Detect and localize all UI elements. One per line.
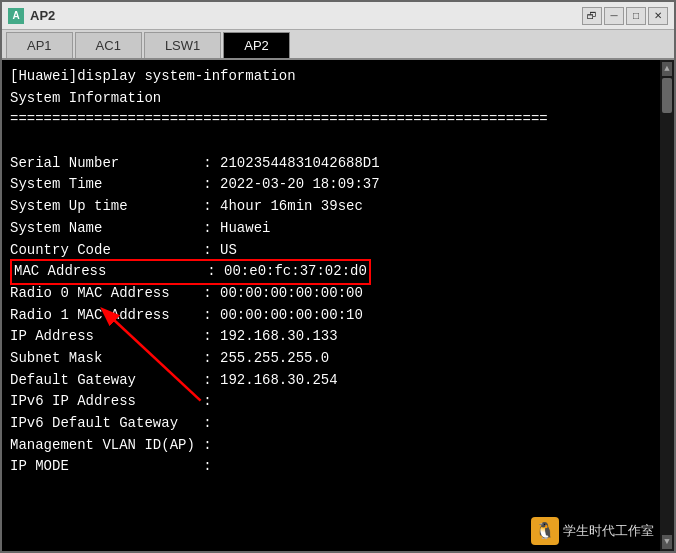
watermark: 🐧 学生时代工作室 (531, 517, 654, 545)
line-1: System Information (10, 90, 161, 106)
line-sysname: System Name : Huawei (10, 220, 270, 236)
line-country: Country Code : US (10, 242, 237, 258)
scrollbar[interactable]: ▲ ▼ (660, 60, 674, 551)
line-radio0: Radio 0 MAC Address : 00:00:00:00:00:00 (10, 285, 363, 301)
line-vlan: Management VLAN ID(AP) : (10, 437, 212, 453)
line-uptime: System Up time : 4hour 16min 39sec (10, 198, 363, 214)
scroll-down-btn[interactable]: ▼ (662, 535, 672, 549)
line-blank (10, 133, 18, 149)
scroll-thumb[interactable] (662, 78, 672, 113)
watermark-text: 学生时代工作室 (563, 522, 654, 540)
tab-ac1[interactable]: AC1 (75, 32, 142, 58)
window-controls: 🗗 ─ □ ✕ (582, 7, 668, 25)
maximize-button[interactable]: □ (626, 7, 646, 25)
window-title: AP2 (30, 8, 55, 23)
minimize-button[interactable]: ─ (604, 7, 624, 25)
watermark-icon: 🐧 (531, 517, 559, 545)
line-serial: Serial Number : 21023544831042688D1 (10, 155, 380, 171)
mac-highlight: MAC Address : 00:e0:fc:37:02:d0 (10, 259, 371, 285)
close-button[interactable]: ✕ (648, 7, 668, 25)
line-gateway: Default Gateway : 192.168.30.254 (10, 372, 338, 388)
tab-ap1[interactable]: AP1 (6, 32, 73, 58)
terminal[interactable]: [Huawei]display system-information Syste… (2, 60, 674, 551)
terminal-content: [Huawei]display system-information Syste… (10, 66, 666, 478)
line-ipmode: IP MODE : (10, 458, 212, 474)
line-subnet: Subnet Mask : 255.255.255.0 (10, 350, 329, 366)
tab-ap2[interactable]: AP2 (223, 32, 290, 58)
line-mac: MAC Address : 00:e0:fc:37:02:d0 (10, 261, 650, 283)
line-ipv6gw: IPv6 Default Gateway : (10, 415, 212, 431)
main-window: A AP2 🗗 ─ □ ✕ AP1 AC1 LSW1 AP2 [Huawei]d… (0, 0, 676, 553)
line-ip: IP Address : 192.168.30.133 (10, 328, 338, 344)
title-bar-left: A AP2 (8, 8, 55, 24)
window-icon: A (8, 8, 24, 24)
tabs-bar: AP1 AC1 LSW1 AP2 (2, 30, 674, 60)
scroll-up-btn[interactable]: ▲ (662, 62, 672, 76)
line-ipv6: IPv6 IP Address : (10, 393, 212, 409)
line-separator: ========================================… (10, 111, 548, 127)
line-radio1: Radio 1 MAC Address : 00:00:00:00:00:10 (10, 307, 363, 323)
tab-lsw1[interactable]: LSW1 (144, 32, 221, 58)
restore-button[interactable]: 🗗 (582, 7, 602, 25)
line-systime: System Time : 2022-03-20 18:09:37 (10, 176, 380, 192)
line-0: [Huawei]display system-information (10, 68, 296, 84)
title-bar: A AP2 🗗 ─ □ ✕ (2, 2, 674, 30)
